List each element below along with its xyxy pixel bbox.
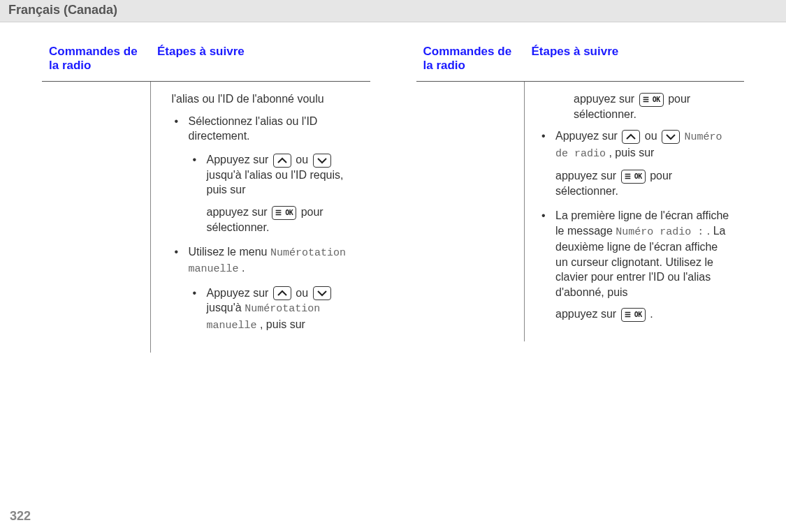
text: Appuyez sur <box>207 287 272 299</box>
steps-cell: l'alias ou l'ID de l'abonné voulu Sélect… <box>150 82 370 353</box>
page-number: 322 <box>10 509 31 524</box>
text: ou <box>296 154 311 165</box>
table-row: appuyez sur ☰ OK pour sélectionner. Appu… <box>416 82 745 342</box>
menu-ok-icon: ☰ OK <box>639 93 664 107</box>
text: ou <box>645 130 660 142</box>
commands-cell <box>416 82 525 342</box>
language-header: Français (Canada) <box>0 0 786 22</box>
right-column: Commandes de la radio Étapes à suivre ap… <box>416 38 745 353</box>
instructions-table-right: Commandes de la radio Étapes à suivre ap… <box>416 38 745 341</box>
up-arrow-icon <box>273 154 291 168</box>
down-arrow-icon <box>662 130 680 144</box>
bullet-list: Sélectionnez l'alias ou l'ID directement… <box>172 114 359 333</box>
text: appuyez sur <box>555 170 620 182</box>
list-item: Utilisez le menu Numérotation manuelle .… <box>189 244 359 333</box>
col-header-commands: Commandes de la radio <box>416 38 525 82</box>
menu-ok-icon: ☰ OK <box>621 170 646 184</box>
text: appuyez sur <box>555 308 620 320</box>
language-label: Français (Canada) <box>8 3 117 17</box>
page-body: Commandes de la radio Étapes à suivre l'… <box>0 22 786 529</box>
text: . <box>650 308 653 320</box>
menu-ok-icon: ☰ OK <box>621 308 646 322</box>
col-header-commands: Commandes de la radio <box>42 38 150 82</box>
steps-cell: appuyez sur ☰ OK pour sélectionner. Appu… <box>525 82 745 342</box>
text: , puis sur <box>260 318 305 330</box>
table-row: l'alias ou l'ID de l'abonné voulu Sélect… <box>42 82 370 353</box>
text: appuyez sur <box>207 206 271 218</box>
down-arrow-icon <box>313 154 331 168</box>
list-item: Appuyez sur ou <box>555 128 733 198</box>
text: , puis sur <box>609 147 654 158</box>
text: Utilisez le menu <box>189 246 270 258</box>
text: jusqu'à l'alias ou l'ID requis, puis sur <box>207 169 344 196</box>
steps-content: l'alias ou l'ID de l'abonné voulu Sélect… <box>158 89 363 346</box>
instructions-table-left: Commandes de la radio Étapes à suivre l'… <box>42 38 370 353</box>
mono-text: Numéro radio : <box>616 226 704 238</box>
left-column: Commandes de la radio Étapes à suivre l'… <box>42 38 370 353</box>
commands-cell <box>42 82 150 353</box>
list-item: La première ligne de l'écran affiche le … <box>555 208 733 322</box>
text: jusqu'à <box>207 302 245 313</box>
down-arrow-icon <box>313 286 331 300</box>
col-header-steps: Étapes à suivre <box>150 38 370 82</box>
intro-text: l'alias ou l'ID de l'abonné voulu <box>172 91 359 107</box>
bullet-list: Appuyez sur ou <box>553 128 733 322</box>
menu-ok-icon: ☰ OK <box>272 206 296 220</box>
list-item: Sélectionnez l'alias ou l'ID directement… <box>189 114 359 235</box>
text: . <box>242 262 245 274</box>
up-arrow-icon <box>273 286 291 300</box>
text: Appuyez sur <box>207 154 272 165</box>
text: Sélectionnez l'alias ou l'ID directement… <box>189 115 318 142</box>
text-block: appuyez sur ☰ OK pour sélectionner. <box>574 91 733 121</box>
list-item: Appuyez sur ou <box>207 152 359 235</box>
text: appuyez sur <box>574 93 638 105</box>
text: ou <box>296 287 311 299</box>
text: Appuyez sur <box>555 130 620 142</box>
sub-list: Appuyez sur ou <box>189 152 359 235</box>
col-header-steps: Étapes à suivre <box>525 38 745 82</box>
two-column-layout: Commandes de la radio Étapes à suivre l'… <box>0 22 786 353</box>
up-arrow-icon <box>622 130 640 144</box>
steps-content: appuyez sur ☰ OK pour sélectionner. Appu… <box>532 89 737 334</box>
sub-list: Appuyez sur ou <box>189 286 359 333</box>
list-item: Appuyez sur ou <box>207 286 359 333</box>
